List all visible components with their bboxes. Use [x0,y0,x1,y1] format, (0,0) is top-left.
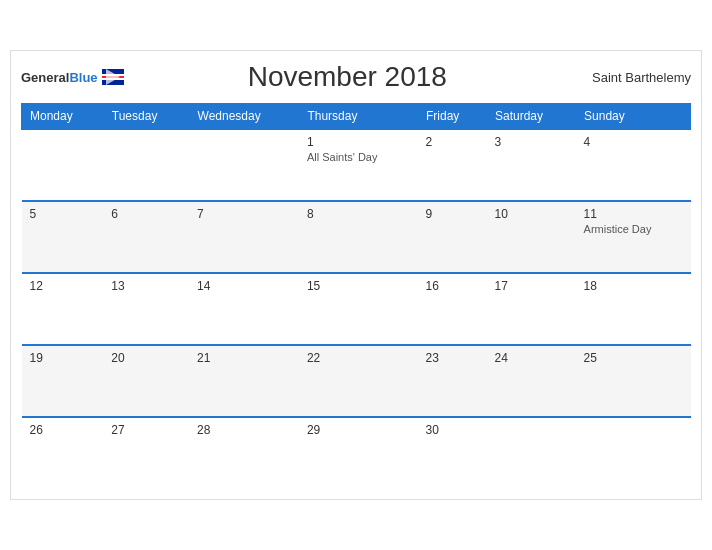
week-row-1: 1All Saints' Day234 [22,129,691,201]
holiday-label: All Saints' Day [307,151,410,163]
week-row-5: 2627282930 [22,417,691,489]
col-header-monday: Monday [22,104,104,130]
day-number: 28 [197,423,291,437]
day-cell: 13 [103,273,189,345]
day-number: 15 [307,279,410,293]
day-cell: 27 [103,417,189,489]
day-number: 6 [111,207,181,221]
day-cell: 18 [576,273,691,345]
day-cell: 20 [103,345,189,417]
day-cell [486,417,575,489]
day-cell: 30 [418,417,487,489]
logo-general: GeneralBlue [21,68,98,86]
day-number: 10 [494,207,567,221]
day-number: 14 [197,279,291,293]
day-cell: 23 [418,345,487,417]
day-cell [576,417,691,489]
day-number: 24 [494,351,567,365]
day-number: 22 [307,351,410,365]
day-cell: 19 [22,345,104,417]
day-cell: 11Armistice Day [576,201,691,273]
day-cell: 24 [486,345,575,417]
day-cell: 12 [22,273,104,345]
day-number: 19 [30,351,96,365]
col-header-wednesday: Wednesday [189,104,299,130]
day-cell: 29 [299,417,418,489]
day-cell: 26 [22,417,104,489]
day-number: 9 [426,207,479,221]
day-cell: 22 [299,345,418,417]
col-header-thursday: Thursday [299,104,418,130]
day-cell: 8 [299,201,418,273]
col-header-sunday: Sunday [576,104,691,130]
day-number: 30 [426,423,479,437]
day-cell: 28 [189,417,299,489]
week-row-4: 19202122232425 [22,345,691,417]
day-number: 17 [494,279,567,293]
holiday-label: Armistice Day [584,223,683,235]
day-cell: 3 [486,129,575,201]
day-number: 21 [197,351,291,365]
calendar-region: Saint Barthelemy [571,70,691,85]
day-number: 4 [584,135,683,149]
day-cell: 4 [576,129,691,201]
day-cell: 6 [103,201,189,273]
day-cell: 9 [418,201,487,273]
day-cell: 17 [486,273,575,345]
day-cell: 25 [576,345,691,417]
col-header-tuesday: Tuesday [103,104,189,130]
day-number: 12 [30,279,96,293]
day-number: 18 [584,279,683,293]
day-number: 16 [426,279,479,293]
day-cell: 14 [189,273,299,345]
day-number: 26 [30,423,96,437]
day-number: 8 [307,207,410,221]
day-number: 2 [426,135,479,149]
calendar-header: GeneralBlue November 2018 Saint Barthele… [21,61,691,93]
day-cell: 1All Saints' Day [299,129,418,201]
day-cell [103,129,189,201]
day-number: 11 [584,207,683,221]
calendar-header-row: MondayTuesdayWednesdayThursdayFridaySatu… [22,104,691,130]
day-number: 1 [307,135,410,149]
day-cell [22,129,104,201]
day-cell: 10 [486,201,575,273]
day-number: 7 [197,207,291,221]
day-number: 20 [111,351,181,365]
day-cell [189,129,299,201]
day-cell: 2 [418,129,487,201]
logo: GeneralBlue [21,68,124,86]
col-header-friday: Friday [418,104,487,130]
day-cell: 7 [189,201,299,273]
day-number: 3 [494,135,567,149]
day-number: 5 [30,207,96,221]
day-cell: 5 [22,201,104,273]
calendar-title: November 2018 [124,61,571,93]
week-row-3: 12131415161718 [22,273,691,345]
day-number: 29 [307,423,410,437]
day-number: 25 [584,351,683,365]
day-cell: 15 [299,273,418,345]
day-number: 27 [111,423,181,437]
week-row-2: 567891011Armistice Day [22,201,691,273]
day-cell: 21 [189,345,299,417]
calendar-table: MondayTuesdayWednesdayThursdayFridaySatu… [21,103,691,489]
day-number: 23 [426,351,479,365]
day-number: 13 [111,279,181,293]
calendar-container: GeneralBlue November 2018 Saint Barthele… [10,50,702,500]
col-header-saturday: Saturday [486,104,575,130]
logo-flag-icon [102,69,124,85]
day-cell: 16 [418,273,487,345]
